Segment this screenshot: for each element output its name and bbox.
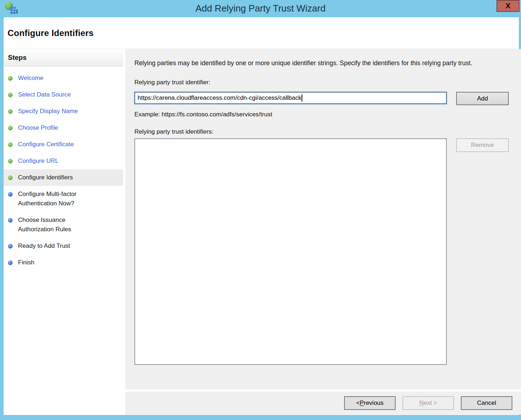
step-bullet-icon bbox=[8, 76, 13, 81]
remove-button[interactable]: Remove bbox=[456, 138, 509, 152]
step-bullet-icon bbox=[8, 109, 13, 114]
step-content: Relying parties may be identified by one… bbox=[125, 49, 521, 389]
step-label: Finish bbox=[18, 258, 34, 267]
add-button[interactable]: Add bbox=[456, 92, 509, 105]
step-label: Choose Profile bbox=[18, 123, 58, 133]
step-bullet-icon bbox=[8, 218, 13, 223]
text-caret bbox=[302, 94, 302, 102]
sidebar-step-specify-display-name[interactable]: Specify Display Name bbox=[4, 103, 123, 120]
steps-list: Welcome Select Data Source Specify Displ… bbox=[4, 70, 123, 271]
page-header: Configure Identifiers bbox=[4, 17, 519, 49]
wizard-footer: < Previous Next > Cancel bbox=[125, 389, 521, 415]
sidebar-step-welcome[interactable]: Welcome bbox=[4, 70, 123, 86]
step-label: Configure Multi-factor Authentication No… bbox=[18, 189, 97, 208]
next-accesskey: N bbox=[419, 399, 424, 407]
previous-rest: revious bbox=[364, 399, 384, 407]
previous-prefix: < bbox=[356, 399, 360, 407]
step-bullet-icon bbox=[8, 159, 13, 164]
identifiers-listbox[interactable] bbox=[134, 138, 447, 365]
step-label: Choose Issuance Authorization Rules bbox=[18, 215, 97, 234]
window-title: Add Relying Party Trust Wizard bbox=[0, 0, 521, 17]
previous-accesskey: P bbox=[360, 399, 364, 407]
wizard-window: Configure Identifiers Steps Welcome Sele… bbox=[4, 17, 519, 415]
close-button[interactable]: X bbox=[496, 0, 520, 12]
example-text: Example: https://fs.contoso.com/adfs/ser… bbox=[134, 111, 509, 118]
next-button[interactable]: Next > bbox=[402, 396, 454, 410]
intro-text: Relying parties may be identified by one… bbox=[134, 58, 503, 68]
next-rest: ext > bbox=[424, 399, 437, 407]
step-label: Configure Certificate bbox=[18, 140, 74, 149]
identifier-input-value: https://carena.cloudflareaccess.com/cdn-… bbox=[138, 94, 301, 102]
step-label: Ready to Add Trust bbox=[18, 241, 70, 251]
sidebar-step-choose-profile[interactable]: Choose Profile bbox=[4, 120, 123, 136]
previous-button[interactable]: < Previous bbox=[344, 396, 396, 410]
page-title: Configure Identifiers bbox=[8, 28, 94, 38]
titlebar: Add Relying Party Trust Wizard X bbox=[0, 0, 521, 17]
step-bullet-icon bbox=[8, 260, 13, 265]
sidebar-step-choose-issuance-authorization-rules: Choose Issuance Authorization Rules bbox=[4, 212, 123, 238]
step-bullet-icon bbox=[8, 93, 13, 97]
step-bullet-icon bbox=[8, 175, 13, 180]
sidebar-step-configure-url[interactable]: Configure URL bbox=[4, 153, 123, 169]
step-label: Configure URL bbox=[18, 156, 58, 166]
steps-sidebar: Steps Welcome Select Data Source Specify… bbox=[4, 49, 123, 415]
step-bullet-icon bbox=[8, 142, 13, 147]
identifiers-list-label: Relying party trust identifiers: bbox=[134, 128, 509, 135]
step-label: Configure Identifiers bbox=[18, 173, 73, 182]
sidebar-step-select-data-source[interactable]: Select Data Source bbox=[4, 86, 123, 103]
step-label: Specify Display Name bbox=[18, 107, 78, 116]
step-bullet-icon bbox=[8, 126, 13, 130]
step-bullet-icon bbox=[8, 244, 13, 249]
sidebar-step-ready-to-add-trust: Ready to Add Trust bbox=[4, 238, 123, 254]
step-bullet-icon bbox=[8, 192, 13, 197]
identifier-input[interactable]: https://carena.cloudflareaccess.com/cdn-… bbox=[134, 92, 447, 104]
identifier-field-label: Relying party trust identifier: bbox=[134, 79, 509, 86]
sidebar-step-configure-certificate[interactable]: Configure Certificate bbox=[4, 136, 123, 153]
step-label: Select Data Source bbox=[18, 90, 71, 99]
sidebar-step-configure-identifiers: Configure Identifiers bbox=[4, 169, 123, 186]
cancel-button[interactable]: Cancel bbox=[461, 396, 512, 410]
steps-heading: Steps bbox=[8, 54, 27, 62]
step-label: Welcome bbox=[18, 73, 44, 83]
sidebar-step-finish: Finish bbox=[4, 254, 123, 271]
steps-header: Steps bbox=[4, 49, 123, 67]
sidebar-step-configure-multi-factor-authentication-now: Configure Multi-factor Authentication No… bbox=[4, 186, 123, 212]
main-pane: Relying parties may be identified by one… bbox=[125, 49, 521, 415]
